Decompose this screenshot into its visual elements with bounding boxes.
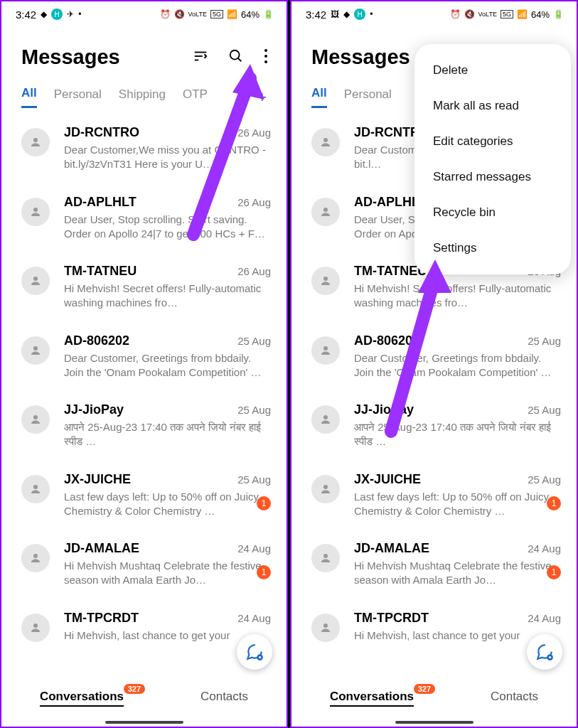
battery-icon: 🔋 [263,9,274,19]
message-preview: Last few days left: Up to 50% off on Jui… [64,490,272,519]
nav-handle[interactable] [395,721,473,724]
battery-pct: 64% [531,9,550,20]
gallery-icon: 🖼 [331,9,339,19]
message-preview: आपने 25-Aug-23 17:40 तक अपने जियो नंबर ह… [64,420,272,449]
svg-point-12 [33,415,38,419]
page-title: Messages [311,46,410,69]
svg-point-21 [323,277,328,281]
svg-point-3 [230,50,240,59]
message-preview: Hi Mehvish! Secret offers! Fully-automat… [64,282,272,311]
avatar [311,475,340,503]
message-list[interactable]: JD-RCNTRO Dear Customer,We miss you at C… [1,108,287,646]
avatar [21,336,50,365]
battery-pct: 64% [241,9,259,20]
menu-delete[interactable]: Delete [414,53,571,88]
message-item[interactable]: AD-APLHLT Dear User, Stop scrolling. Sta… [1,183,287,253]
add-category-icon[interactable]: + [257,88,267,107]
message-date: 25 Aug [237,335,271,347]
svg-point-9 [33,208,38,212]
more-icon[interactable] [264,48,268,67]
message-date: 25 Aug [237,473,271,486]
lte-icon: VoLTE [188,11,207,18]
notif-icon: ◆ [41,9,47,19]
message-date: 26 Aug [237,196,271,208]
battery-icon: 🔋 [553,9,564,19]
tab-conversations[interactable]: Conversations 327 [40,690,124,707]
lte-icon: VoLTE [478,11,497,18]
message-date: 24 Aug [528,612,561,624]
bottom-nav: Conversations 327 Contacts [1,682,287,714]
message-item[interactable]: JJ-JioPay आपने 25-Aug-23 17:40 तक अपने ज… [291,391,577,461]
avatar [21,198,50,226]
filter-icon[interactable] [193,48,208,67]
tab-shipping[interactable]: Shipping [119,87,166,107]
svg-point-23 [323,415,328,419]
message-date: 26 Aug [237,127,271,139]
mute-icon: 🔇 [174,9,185,19]
svg-point-24 [323,485,328,489]
tab-all[interactable]: All [21,86,37,108]
conversations-badge: 327 [414,684,435,694]
nav-handle[interactable] [105,721,183,724]
tab-personal[interactable]: Personal [54,87,102,107]
message-item[interactable]: TM-TATNEU Hi Mehvish! Secret offers! Ful… [1,252,287,322]
avatar [311,405,340,434]
avatar [21,267,50,295]
compose-fab[interactable] [527,634,562,670]
unread-badge: 1 [547,496,561,510]
overflow-menu: Delete Mark all as read Edit categories … [414,44,571,274]
svg-point-19 [323,138,328,142]
message-item[interactable]: AD-806202 Dear Customer, Greetings from … [1,322,287,392]
page-title: Messages [21,46,120,69]
svg-point-22 [323,346,328,350]
tab-otp[interactable]: OTP [183,87,208,107]
message-item[interactable]: JX-JUICHE Last few days left: Up to 50% … [1,461,287,530]
dot-icon: • [78,9,81,19]
svg-point-26 [323,623,328,628]
menu-recycle-bin[interactable]: Recycle bin [414,195,571,230]
network-icon: 5G [210,10,223,18]
message-preview: Dear Customer, Greetings from bbdaily. J… [354,351,562,380]
message-item[interactable]: JD-AMALAE Hi Mehvish Mushtaq Celebrate t… [291,530,577,599]
tab-all[interactable]: All [311,86,327,108]
menu-starred[interactable]: Starred messages [414,159,571,195]
menu-mark-all-read[interactable]: Mark all as read [414,88,571,124]
tab-contacts[interactable]: Contacts [491,690,538,707]
avatar [311,128,340,156]
avatar [21,128,50,156]
status-time: 3:42 [306,9,326,21]
message-date: 24 Aug [528,542,561,555]
message-item[interactable]: AD-806202 Dear Customer, Greetings from … [291,322,577,392]
alarm-icon: ⏰ [160,9,171,19]
message-preview: Hi Mehvish Mushtaq Celebrate the festive… [64,559,272,588]
mute-icon: 🔇 [464,9,475,19]
unread-badge: 1 [257,565,271,579]
app-badge-icon: H [51,9,63,20]
message-date: 25 Aug [528,473,561,486]
phone-screenshot-right: 3:42 🖼 ◆ H • ⏰ 🔇 VoLTE 5G 📶 64% 🔋 Messag… [290,0,578,728]
notif-icon: ◆ [343,9,350,19]
svg-point-25 [323,554,328,558]
menu-edit-categories[interactable]: Edit categories [414,124,571,159]
message-item[interactable]: JJ-JioPay आपने 25-Aug-23 17:40 तक अपने ज… [1,391,287,461]
message-preview: Hi Mehvish! Secret offers! Fully-automat… [354,282,562,311]
dot-icon: • [370,9,373,19]
svg-point-10 [33,277,38,281]
tab-personal[interactable]: Personal [344,87,392,107]
message-item[interactable]: JD-AMALAE Hi Mehvish Mushtaq Celebrate t… [1,530,287,599]
message-preview: आपने 25-Aug-23 17:40 तक अपने जियो नंबर ह… [354,420,562,449]
message-preview: Dear User, Stop scrolling. Start saving.… [64,213,272,242]
svg-point-8 [33,138,38,142]
message-item[interactable]: JD-RCNTRO Dear Customer,We miss you at C… [1,114,287,183]
search-icon[interactable] [228,48,244,67]
tab-contacts[interactable]: Contacts [200,690,248,707]
network-icon: 5G [501,10,513,18]
status-bar: 3:42 🖼 ◆ H • ⏰ 🔇 VoLTE 5G 📶 64% 🔋 [291,1,577,27]
message-item[interactable]: JX-JUICHE Last few days left: Up to 50% … [291,461,577,530]
menu-settings[interactable]: Settings [414,230,571,266]
tab-conversations[interactable]: Conversations 327 [330,690,414,707]
svg-point-11 [33,346,38,350]
avatar [311,544,340,572]
svg-point-20 [323,208,328,212]
compose-fab[interactable] [237,634,272,670]
